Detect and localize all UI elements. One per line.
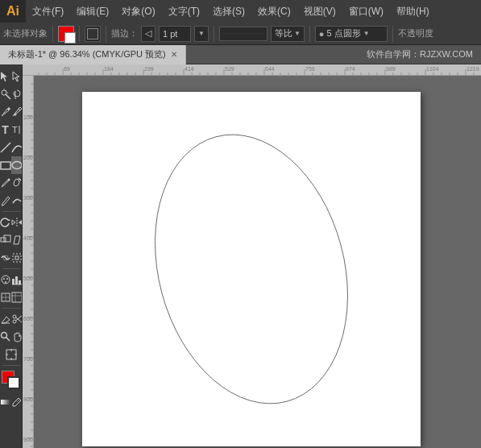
svg-text:300: 300	[23, 195, 33, 201]
svg-rect-10	[1, 162, 10, 169]
menu-view[interactable]: 视图(V)	[297, 0, 342, 23]
arc-tool[interactable]	[11, 139, 23, 156]
shear-tool[interactable]	[11, 231, 23, 249]
svg-text:700: 700	[23, 356, 33, 362]
divider1	[52, 26, 53, 42]
tool-row-view	[0, 328, 22, 346]
menu-object[interactable]: 对象(O)	[115, 0, 161, 23]
pencil-tool[interactable]	[0, 192, 11, 209]
divider2	[79, 26, 80, 42]
canvas-area: 6918429941452964475987498911041219 10020…	[23, 64, 481, 448]
hand-tool[interactable]	[11, 328, 23, 346]
column-graph-tool[interactable]	[11, 271, 23, 288]
menu-edit[interactable]: 编辑(E)	[70, 0, 115, 23]
svg-rect-31	[12, 292, 22, 302]
stroke-value-box[interactable]: 1 pt	[159, 26, 191, 42]
direct-selection-tool[interactable]	[11, 68, 23, 85]
menu-select[interactable]: 选择(S)	[206, 0, 251, 23]
control-bar: 未选择对象 描边： ◁ 1 pt ▼ 等比 ▼ ● 5 点圆形 ▼ 不透明度	[0, 23, 481, 45]
reflect-tool[interactable]	[11, 214, 23, 231]
mesh-tool[interactable]	[0, 288, 11, 306]
artboard-tool[interactable]	[0, 346, 22, 363]
rect-tool[interactable]	[0, 156, 11, 174]
svg-line-4	[6, 90, 6, 91]
scale-tool[interactable]	[0, 231, 11, 249]
touch-type-tool[interactable]: T	[10, 121, 22, 139]
tool-row-symbol	[0, 271, 22, 288]
eraser-tool[interactable]	[0, 310, 11, 328]
stroke-style-dropdown[interactable]: 等比 ▼	[271, 26, 305, 42]
divider5	[309, 26, 310, 42]
menu-file[interactable]: 文件(F)	[26, 0, 70, 23]
tool-row-3	[0, 103, 22, 121]
gradient-tool[interactable]	[0, 393, 11, 411]
free-transform-tool[interactable]	[11, 249, 23, 267]
opacity-label: 不透明度	[398, 27, 433, 39]
tool-divider-4	[2, 365, 20, 366]
svg-rect-16	[4, 235, 10, 242]
svg-text:874: 874	[346, 66, 355, 72]
ai-logo: Ai	[0, 0, 26, 23]
magic-wand-tool[interactable]	[0, 85, 11, 103]
svg-point-21	[3, 278, 5, 280]
tool-row-mesh	[0, 288, 22, 306]
stroke-style-label: 等比	[275, 27, 292, 39]
blob-brush-tool[interactable]	[11, 174, 23, 192]
canvas-content[interactable]	[34, 76, 481, 448]
divider6	[392, 26, 393, 42]
type-tool[interactable]: T	[0, 121, 10, 139]
svg-point-39	[2, 333, 7, 338]
menu-effect[interactable]: 效果(C)	[251, 0, 297, 23]
svg-text:600: 600	[23, 316, 33, 321]
canvas-paper	[82, 92, 421, 446]
bullet-label: ●	[319, 29, 325, 39]
svg-line-40	[6, 338, 10, 342]
document-tab[interactable]: 未标题-1* @ 96.34% (CMYK/GPU 预览) ✕	[0, 45, 186, 64]
stroke-line	[223, 33, 263, 34]
scissors-tool[interactable]	[11, 310, 23, 328]
stroke-dropdown[interactable]: ◁	[141, 26, 155, 42]
tab-close-button[interactable]: ✕	[171, 50, 177, 59]
svg-rect-25	[15, 276, 18, 284]
slice-tool[interactable]	[11, 288, 23, 306]
menu-window[interactable]: 窗口(W)	[342, 0, 390, 23]
svg-text:759: 759	[305, 66, 315, 72]
lasso-tool[interactable]	[11, 85, 23, 103]
warp-tool[interactable]	[0, 249, 11, 267]
stroke-down-arrow: ▼	[198, 30, 205, 37]
svg-text:900: 900	[23, 437, 33, 442]
svg-text:1219: 1219	[466, 66, 479, 72]
fill-swatch[interactable]	[58, 26, 74, 42]
brush-size-box[interactable]: ● 5 点圆形 ▼	[315, 26, 388, 42]
symbol-tool[interactable]	[0, 271, 11, 288]
eyedropper-tool[interactable]	[11, 393, 23, 411]
smooth-tool[interactable]	[11, 192, 23, 209]
stroke-color-swatch[interactable]	[7, 376, 20, 389]
svg-text:800: 800	[23, 396, 33, 402]
ellipse-tool[interactable]	[11, 156, 23, 174]
divider3	[106, 26, 106, 42]
menu-help[interactable]: 帮助(H)	[390, 0, 436, 23]
svg-point-12	[8, 179, 10, 181]
toolbar: T T	[0, 64, 23, 448]
selection-tool[interactable]	[0, 68, 11, 85]
ruler-v: 10020030040050060070080090010001100	[23, 76, 34, 448]
stroke-box[interactable]	[85, 26, 101, 42]
menu-type[interactable]: 文字(T)	[162, 0, 206, 23]
stroke-arrow-left: ◁	[145, 28, 151, 39]
svg-line-0	[6, 94, 10, 99]
tool-row-eraser	[0, 310, 22, 328]
tool-divider-2	[2, 268, 20, 269]
zoom-tool[interactable]	[0, 328, 11, 346]
pen-tool[interactable]	[0, 103, 11, 121]
paintbrush-tool[interactable]	[0, 174, 11, 192]
svg-text:100: 100	[23, 114, 33, 120]
rotate-tool[interactable]	[0, 214, 11, 231]
anchor-tool[interactable]	[11, 103, 23, 121]
stroke-unit-dropdown[interactable]: ▼	[194, 26, 209, 42]
fill-stroke-display[interactable]	[0, 369, 23, 392]
line-tool[interactable]	[0, 139, 11, 156]
ellipse-shape[interactable]	[126, 113, 376, 425]
tool-row-2	[0, 85, 22, 103]
tab-bar: 未标题-1* @ 96.34% (CMYK/GPU 预览) ✕ 软件自学网：RJ…	[0, 45, 481, 64]
